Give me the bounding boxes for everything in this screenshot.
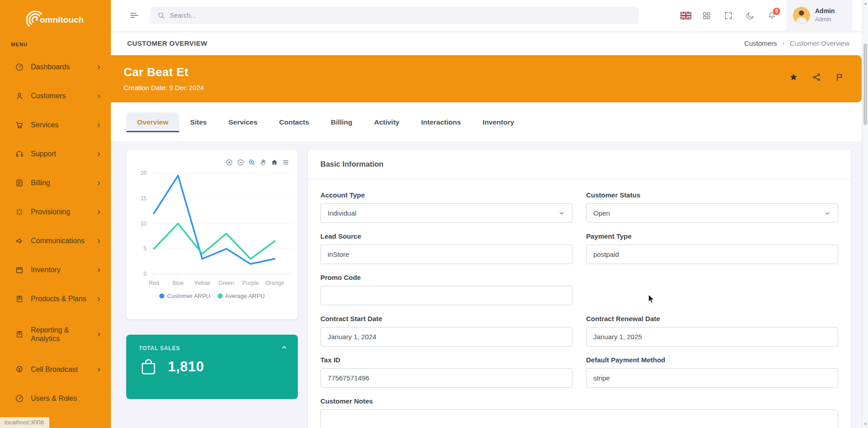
tab-billing[interactable]: Billing: [320, 112, 363, 132]
contract-start-date-input[interactable]: [320, 327, 572, 346]
fullscreen-icon[interactable]: [724, 11, 733, 20]
chart-toolbar: [225, 159, 290, 166]
payment-type-input[interactable]: [586, 245, 838, 264]
sidebar-item-label: Dashboards: [31, 63, 96, 71]
sidebar-item-products-plans[interactable]: Products & Plans: [0, 284, 111, 313]
breadcrumb-customers[interactable]: Customers: [744, 39, 777, 47]
tab-interactions[interactable]: Interactions: [410, 112, 472, 132]
search-icon: [157, 11, 165, 19]
sidebar-item-communications[interactable]: Communications: [0, 226, 111, 255]
sidebar-item-cell-broadcast[interactable]: Cell Broadcast: [0, 355, 111, 384]
svg-text:Orange: Orange: [265, 280, 284, 286]
legend-customer-arpu[interactable]: Customer ARPU: [159, 293, 210, 299]
apps-grid-icon[interactable]: [702, 11, 711, 20]
menu-icon[interactable]: [282, 159, 290, 166]
notifications-bell-icon[interactable]: 0: [767, 11, 777, 20]
language-flag-icon[interactable]: [680, 11, 690, 20]
hamburger-menu-icon[interactable]: [129, 10, 140, 21]
scrollbar-up-arrow[interactable]: ▲: [863, 0, 868, 7]
customer-notes-textarea[interactable]: [320, 409, 838, 428]
tab-contacts[interactable]: Contacts: [268, 112, 320, 132]
selection-zoom-icon[interactable]: [248, 159, 256, 166]
svg-text:Green: Green: [219, 280, 234, 286]
sidebar-item-label: Users & Roles: [31, 394, 102, 403]
zoom-out-icon[interactable]: [237, 159, 244, 166]
page-title: CUSTOMER OVERVIEW: [127, 39, 207, 47]
tax-id-input[interactable]: [320, 368, 572, 388]
flag-icon[interactable]: [835, 72, 844, 82]
sidebar-item-label: Provisioning: [31, 207, 96, 216]
tab-sites[interactable]: Sites: [179, 112, 218, 132]
invoice-icon: [15, 178, 24, 188]
sidebar-item-dashboards[interactable]: Dashboards: [0, 53, 111, 82]
form-spacer: [586, 274, 838, 305]
sidebar-item-label: Cell Broadcast: [31, 365, 96, 374]
legend-label: Average ARPU: [225, 293, 265, 299]
promo-code-input[interactable]: [320, 286, 572, 305]
user-role: Admin: [815, 16, 835, 24]
box-icon: [15, 265, 24, 274]
field-label: Lead Source: [320, 232, 572, 240]
svg-text:Yellow: Yellow: [194, 280, 211, 286]
page-title-bar: CUSTOMER OVERVIEW Customers › Customer O…: [111, 31, 868, 55]
sidebar-item-users-roles[interactable]: Users & Roles: [0, 384, 111, 413]
tab-inventory[interactable]: Inventory: [472, 112, 525, 132]
account-type-select[interactable]: Individual: [320, 203, 572, 223]
chevron-right-icon: [96, 64, 102, 70]
lead-source-input[interactable]: [320, 245, 572, 264]
selected-value: Open: [593, 209, 610, 217]
tab-services[interactable]: Services: [218, 112, 268, 132]
app-logo[interactable]: omnitouch: [24, 5, 91, 30]
scrollbar-down-arrow[interactable]: ▼: [863, 421, 868, 428]
chevron-right-icon: [96, 209, 102, 215]
svg-text:20: 20: [141, 170, 147, 176]
sidebar-item-support[interactable]: Support: [0, 139, 111, 168]
headset-icon: [15, 149, 24, 159]
sidebar-item-reporting-analytics[interactable]: Reporting & Analytics: [0, 313, 111, 355]
banner-actions: [789, 72, 844, 82]
customer-status-field: Customer StatusOpen: [586, 191, 838, 223]
field-label: Default Payment Method: [586, 356, 838, 364]
home-icon[interactable]: [271, 159, 278, 166]
dark-mode-moon-icon[interactable]: [745, 11, 755, 20]
chevron-right-icon: [96, 122, 102, 128]
chart-legend: Customer ARPUAverage ARPU: [126, 293, 298, 299]
favorite-star-icon[interactable]: [789, 72, 798, 82]
svg-text:Blue: Blue: [172, 280, 184, 286]
sidebar-item-inventory[interactable]: Inventory: [0, 255, 111, 284]
contract-renewal-date-input[interactable]: [586, 327, 838, 346]
sidebar-item-services[interactable]: Services: [0, 111, 111, 139]
vertical-scrollbar: ▲ ▼: [862, 0, 868, 428]
chevron-down-icon: [824, 210, 831, 217]
search-box: [151, 7, 639, 24]
sidebar-item-billing[interactable]: Billing: [0, 168, 111, 197]
field-label: Payment Type: [586, 232, 838, 240]
svg-text:0: 0: [143, 271, 147, 277]
sidebar-item-label: Products & Plans: [31, 294, 96, 303]
zoom-in-icon[interactable]: [225, 159, 233, 166]
speedometer-icon: [15, 63, 24, 72]
search-input[interactable]: [170, 12, 632, 19]
sidebar-item-customers[interactable]: Customers: [0, 82, 111, 111]
status-bar-url: localhost:3008: [0, 417, 49, 428]
tab-activity[interactable]: Activity: [363, 112, 410, 132]
selected-value: Individual: [328, 209, 356, 217]
tab-overview[interactable]: Overview: [126, 112, 179, 132]
pan-icon[interactable]: [259, 159, 267, 166]
chevron-right-icon: [96, 151, 102, 157]
tabs: OverviewSitesServicesContactsBillingActi…: [111, 102, 862, 132]
customer-status-select[interactable]: Open: [586, 203, 838, 223]
chevron-right-icon: [96, 267, 102, 273]
promo-code-field: Promo Code: [320, 274, 572, 305]
user-menu[interactable]: Admin Admin: [787, 0, 853, 31]
field-label: Contract Start Date: [320, 315, 572, 322]
chevron-up-icon[interactable]: [281, 344, 288, 351]
share-icon[interactable]: [812, 72, 821, 82]
chevron-right-icon: [96, 296, 102, 302]
legend-label: Customer ARPU: [167, 293, 210, 299]
default-payment-method-input[interactable]: [586, 368, 838, 388]
legend-average-arpu[interactable]: Average ARPU: [218, 293, 265, 299]
sidebar-item-label: Billing: [31, 178, 96, 187]
sidebar-item-provisioning[interactable]: Provisioning: [0, 197, 111, 226]
scrollbar-thumb[interactable]: [863, 43, 867, 125]
